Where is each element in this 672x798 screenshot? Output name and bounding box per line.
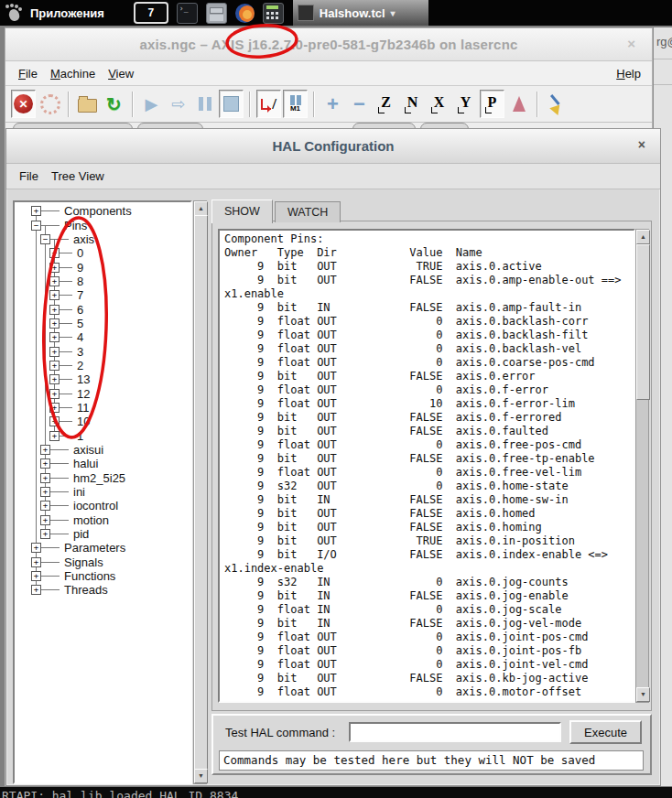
close-icon[interactable]: × <box>638 137 645 152</box>
expand-icon[interactable]: + <box>49 318 60 329</box>
tree-item-label[interactable]: 1 <box>77 429 83 443</box>
tree-item-label[interactable]: Functions <box>64 569 115 583</box>
zoom-in-button[interactable]: + <box>320 90 345 118</box>
tree-item-label[interactable]: Parameters <box>64 541 125 555</box>
calculator-launcher-icon[interactable] <box>263 3 284 24</box>
firefox-launcher-icon[interactable] <box>235 4 255 23</box>
expand-icon[interactable]: + <box>49 347 60 357</box>
tree-item-2[interactable]: +2 <box>15 359 190 372</box>
tree-item-label[interactable]: motion <box>73 513 109 527</box>
tree-item-pid[interactable]: +pid <box>15 527 190 541</box>
expand-icon[interactable]: + <box>40 473 50 483</box>
view-z-button[interactable]: Z <box>374 90 398 118</box>
pin-list-output[interactable]: Component Pins: Owner Type Dir Value Nam… <box>218 229 635 703</box>
reload-button[interactable]: ↻ <box>102 90 126 118</box>
file-cabinet-launcher-icon[interactable] <box>206 3 227 24</box>
expand-icon[interactable]: + <box>49 431 60 441</box>
tree-item-label[interactable]: 2 <box>77 359 83 372</box>
tree-item-4[interactable]: +4 <box>15 330 190 344</box>
tree-item-label[interactable]: Pins <box>64 219 87 232</box>
tree-item-label[interactable]: 11 <box>77 401 90 415</box>
expand-icon[interactable]: + <box>49 276 60 286</box>
expand-icon[interactable]: + <box>49 332 60 342</box>
tree-item-label[interactable]: 8 <box>77 275 83 288</box>
tree-item-11[interactable]: +11 <box>15 401 190 415</box>
estop-button[interactable]: ✕ <box>11 90 36 118</box>
expand-icon[interactable]: + <box>40 487 50 497</box>
zoom-out-button[interactable]: − <box>347 90 372 118</box>
expand-icon[interactable]: + <box>49 374 60 384</box>
tree-item-3[interactable]: +3 <box>15 344 190 358</box>
menu-file[interactable]: File <box>19 169 38 183</box>
tree-item-label[interactable]: 13 <box>77 372 90 386</box>
tree-item-label[interactable]: 10 <box>77 415 90 428</box>
tree-item-label[interactable]: 4 <box>77 330 83 344</box>
rotate-button[interactable] <box>506 90 531 118</box>
tree-item-label[interactable]: axis <box>73 232 94 246</box>
tree-item-label[interactable]: 6 <box>77 303 83 317</box>
menu-file[interactable]: File <box>18 67 38 81</box>
expand-icon[interactable]: + <box>31 585 41 595</box>
tree-item-ini[interactable]: +ini <box>15 485 190 499</box>
expand-icon[interactable]: + <box>49 263 60 273</box>
tree-item-iocontrol[interactable]: +iocontrol <box>15 499 190 512</box>
tree-item-label[interactable]: pid <box>73 527 89 541</box>
stop-button[interactable] <box>219 90 244 118</box>
hal-command-input[interactable] <box>349 722 561 742</box>
clear-plot-button[interactable] <box>544 90 569 118</box>
expand-icon[interactable]: + <box>49 403 60 413</box>
axis-titlebar[interactable]: axis.ngc – AXIS j16.2.7.0-pre0-581-g7b23… <box>5 28 652 61</box>
tree-item-motion[interactable]: +motion <box>15 513 190 527</box>
open-file-button[interactable] <box>75 90 100 118</box>
tree-item-8[interactable]: +8 <box>15 275 190 288</box>
skip-lines-button[interactable]: / <box>256 90 281 118</box>
tree-item-label[interactable]: 12 <box>77 387 90 401</box>
execute-button[interactable]: Execute <box>569 720 642 744</box>
tab-watch[interactable]: WATCH <box>275 201 341 222</box>
tree-item-label[interactable]: halui <box>73 457 98 470</box>
tree-item-label[interactable]: Threads <box>64 583 108 597</box>
tree-item-label[interactable]: 5 <box>77 317 83 330</box>
tree-item-label[interactable]: 7 <box>77 288 83 302</box>
run-button[interactable]: ▶ <box>139 90 164 118</box>
step-button[interactable]: ⇨ <box>166 90 190 118</box>
expand-icon[interactable]: + <box>31 571 41 581</box>
tree-item-label[interactable]: axisui <box>73 443 103 457</box>
tree-item-label[interactable]: ini <box>73 485 85 499</box>
view-p-button[interactable]: P <box>480 90 504 118</box>
machine-power-button[interactable] <box>38 90 62 118</box>
tree-item-13[interactable]: +13 <box>15 372 190 386</box>
tab-show[interactable]: SHOW <box>211 200 273 223</box>
expand-icon[interactable]: + <box>40 529 50 539</box>
tree-item-10[interactable]: +10 <box>15 415 190 428</box>
hal-titlebar[interactable]: HAL Configuration × <box>6 129 660 164</box>
tree-item-label[interactable]: iocontrol <box>73 499 118 512</box>
expand-icon[interactable]: + <box>31 557 41 567</box>
tree-item-parameters[interactable]: +Parameters <box>15 541 190 555</box>
tree-item-hm2_5i25[interactable]: +hm2_5i25 <box>15 471 190 485</box>
scroll-up-arrow-icon[interactable]: ▲ <box>194 201 208 216</box>
tree-item-label[interactable]: 3 <box>77 345 83 359</box>
tree-item-label[interactable]: hm2_5i25 <box>73 471 125 485</box>
collapse-icon[interactable]: − <box>40 234 50 244</box>
view-y-button[interactable]: Y <box>453 90 478 118</box>
scroll-up-arrow-icon[interactable]: ▲ <box>636 230 650 244</box>
expand-icon[interactable]: + <box>49 361 60 371</box>
expand-icon[interactable]: + <box>31 543 41 553</box>
tree-item-functions[interactable]: +Functions <box>15 569 190 583</box>
tree-item-threads[interactable]: +Threads <box>15 583 190 597</box>
tree-item-1[interactable]: +1 <box>15 429 190 443</box>
tree-item-halui[interactable]: +halui <box>15 457 190 470</box>
expand-icon[interactable]: + <box>49 248 60 258</box>
scroll-down-arrow-icon[interactable]: ▼ <box>636 687 650 702</box>
scroll-down-arrow-icon[interactable]: ▼ <box>194 769 208 783</box>
tree-item-9[interactable]: +9 <box>15 260 190 274</box>
close-icon[interactable]: × <box>627 36 635 51</box>
tree-item-axisui[interactable]: +axisui <box>15 443 190 457</box>
tree-item-0[interactable]: +0 <box>15 246 190 260</box>
tree-item-7[interactable]: +7 <box>15 288 190 302</box>
scrollbar-thumb[interactable] <box>194 215 208 771</box>
tree-item-label[interactable]: 9 <box>77 261 83 275</box>
collapse-icon[interactable]: − <box>31 221 41 231</box>
menu-view[interactable]: View <box>108 67 134 81</box>
